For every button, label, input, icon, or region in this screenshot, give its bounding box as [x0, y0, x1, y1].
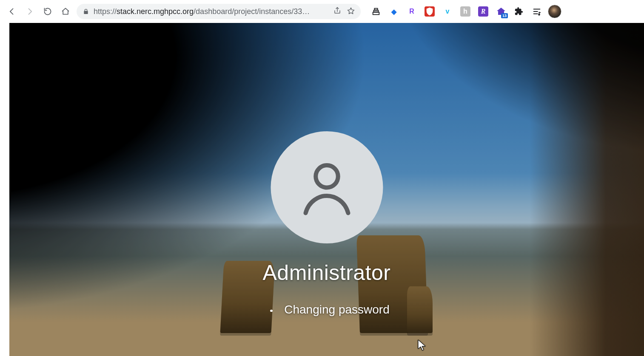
extension-purple-r-icon[interactable]: R	[478, 6, 488, 17]
extension-rakuten-icon[interactable]: R	[407, 6, 417, 17]
extension-badge: 13	[501, 13, 508, 18]
svg-point-11	[316, 165, 338, 188]
back-button[interactable]	[5, 5, 19, 18]
bookmark-star-icon[interactable]	[347, 7, 355, 17]
instance-console[interactable]: Administrator Changing password	[9, 23, 644, 356]
forward-button[interactable]	[23, 5, 37, 18]
extension-media-queue-icon[interactable]	[532, 6, 542, 17]
profile-avatar[interactable]	[548, 5, 561, 18]
home-button[interactable]	[59, 5, 72, 18]
lock-icon	[83, 8, 89, 15]
share-icon[interactable]	[333, 7, 341, 17]
extension-honey-icon[interactable]: h	[460, 6, 470, 17]
svg-point-6	[429, 9, 430, 10]
status-text: Changing password	[284, 303, 390, 316]
login-panel: Administrator Changing password	[262, 131, 390, 316]
svg-point-10	[539, 14, 540, 15]
extension-reading-list-icon[interactable]	[371, 6, 381, 17]
svg-marker-1	[348, 8, 354, 14]
url-text: https://stack.nerc.mghpcc.org/dashboard/…	[94, 7, 310, 16]
user-avatar	[271, 131, 383, 243]
svg-rect-4	[374, 8, 377, 10]
extension-blue-diamond-icon[interactable]: ◆	[389, 6, 399, 17]
svg-rect-5	[429, 10, 430, 13]
svg-rect-3	[374, 10, 379, 12]
spinner-icon	[264, 303, 276, 316]
extension-purple-house-icon[interactable]: 13	[496, 6, 506, 17]
address-bar[interactable]: https://stack.nerc.mghpcc.org/dashboard/…	[77, 4, 361, 19]
login-status: Changing password	[264, 303, 390, 316]
extension-ublock-icon[interactable]	[425, 6, 435, 17]
extension-extensions-icon[interactable]	[514, 6, 524, 17]
extension-icons: ◆RvhR13	[371, 6, 542, 17]
user-icon	[295, 155, 359, 220]
page-content: Administrator Changing password	[0, 23, 644, 356]
extension-vimeo-icon[interactable]: v	[442, 6, 453, 17]
reload-button[interactable]	[41, 5, 54, 18]
svg-rect-2	[373, 12, 379, 15]
left-gutter	[0, 23, 9, 356]
username-label: Administrator	[262, 260, 390, 285]
browser-toolbar: https://stack.nerc.mghpcc.org/dashboard/…	[0, 0, 644, 23]
